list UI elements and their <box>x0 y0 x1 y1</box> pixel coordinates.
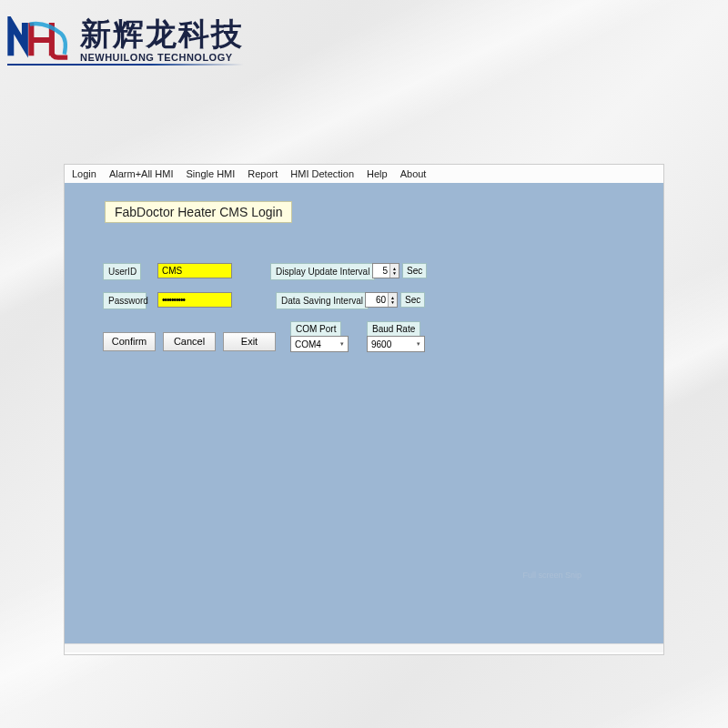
page-title: FabDoctor Heater CMS Login <box>105 201 292 223</box>
com-port-value: COM4 <box>295 339 321 349</box>
menu-about[interactable]: About <box>400 168 427 179</box>
baud-rate-value: 9600 <box>371 339 391 349</box>
password-label: Password <box>103 292 147 309</box>
display-interval-value: 5 <box>377 266 389 276</box>
exit-button[interactable]: Exit <box>223 332 276 351</box>
company-logo: 新辉龙科技 NEWHUILONG TECHNOLOGY <box>7 16 244 64</box>
menu-login[interactable]: Login <box>72 168 96 179</box>
cancel-button[interactable]: Cancel <box>163 332 216 351</box>
spinner-arrows-icon[interactable]: ▲▼ <box>389 264 399 278</box>
company-name-cn: 新辉龙科技 <box>80 17 244 51</box>
display-interval-unit: Sec <box>402 263 427 278</box>
saving-interval-value: 60 <box>369 295 388 305</box>
saving-interval-input[interactable]: 60 ▲▼ <box>365 292 398 308</box>
company-name-en: NEWHUILONG TECHNOLOGY <box>80 52 244 63</box>
menu-report[interactable]: Report <box>248 168 278 179</box>
com-port-label: COM Port <box>290 321 341 337</box>
menu-bar: Login Alarm+All HMI Single HMI Report HM… <box>65 165 663 183</box>
saving-interval-unit: Sec <box>400 292 425 308</box>
menu-help[interactable]: Help <box>367 168 388 179</box>
horizontal-scrollbar[interactable] <box>65 643 663 652</box>
baud-rate-label: Baud Rate <box>367 321 420 337</box>
password-input[interactable]: •••••••••• <box>157 292 232 308</box>
saving-interval-label: Data Saving Interval <box>276 292 369 309</box>
confirm-button[interactable]: Confirm <box>103 332 156 351</box>
menu-alarm-all-hmi[interactable]: Alarm+All HMI <box>109 168 174 179</box>
com-port-select[interactable]: COM4 ▾ <box>290 336 349 352</box>
chevron-down-icon: ▾ <box>417 340 420 348</box>
logo-icon <box>7 16 71 64</box>
userid-label: UserID <box>103 263 141 280</box>
chevron-down-icon: ▾ <box>340 340 344 348</box>
display-interval-input[interactable]: 5 ▲▼ <box>372 263 399 278</box>
app-window: Login Alarm+All HMI Single HMI Report HM… <box>64 164 664 655</box>
spinner-arrows-icon[interactable]: ▲▼ <box>388 293 397 307</box>
baud-rate-select[interactable]: 9600 ▾ <box>367 336 425 352</box>
userid-input[interactable]: CMS <box>157 263 232 278</box>
menu-hmi-detection[interactable]: HMI Detection <box>290 168 354 179</box>
menu-single-hmi[interactable]: Single HMI <box>187 168 236 179</box>
watermark-text: Full screen Snip <box>522 571 581 580</box>
display-interval-label: Display Update Interval <box>270 263 375 280</box>
client-area: FabDoctor Heater CMS Login UserID CMS Pa… <box>65 183 663 652</box>
